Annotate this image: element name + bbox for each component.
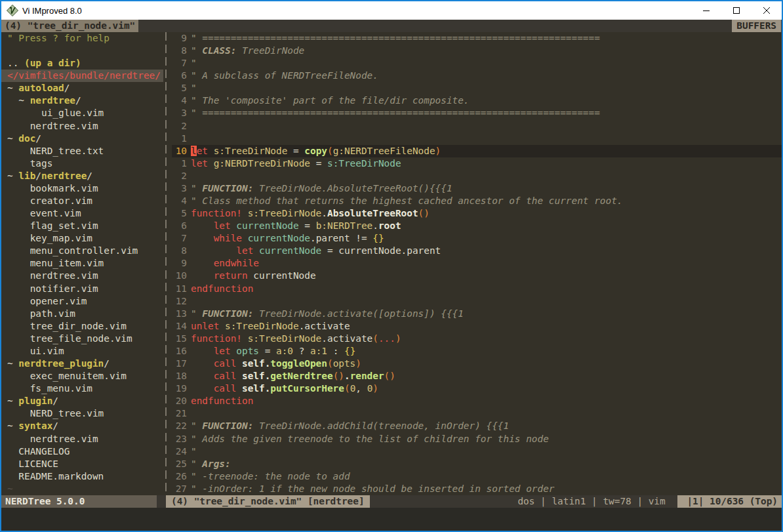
tree-item[interactable]: menu_item.vim <box>1 257 163 270</box>
row-text: flag_set.vim <box>7 220 98 231</box>
buffers-tab[interactable]: BUFFERS <box>732 20 781 32</box>
code-line[interactable]: 8 let currentNode = currentNode.parent <box>172 245 782 257</box>
code-line[interactable]: 4" Class method that returns the highest… <box>172 195 782 207</box>
code-line[interactable]: 15function! s:TreeDirNode.activate(...) <box>172 333 782 345</box>
code-line[interactable]: 1 <box>172 133 782 145</box>
token-c: " ======================================… <box>191 33 600 43</box>
tree-item[interactable]: menu_controller.vim <box>1 245 163 257</box>
tree-item[interactable]: tree_file_node.vim <box>1 333 163 345</box>
token-mb: AbsoluteTreeRoot <box>327 208 418 218</box>
tree-item[interactable]: creator.vim <box>1 195 163 207</box>
tree-item[interactable]: .. (up a dir) <box>1 57 163 70</box>
tree-item[interactable]: flag_set.vim <box>1 220 163 232</box>
code-line[interactable]: 2 <box>172 120 782 133</box>
token-file: LICENCE <box>18 459 58 469</box>
command-line[interactable] <box>1 508 782 531</box>
row-text: " FUNCTION: TreeDirNode.AbsoluteTreeRoot… <box>191 182 452 195</box>
tree-item[interactable]: ~ <box>1 483 163 495</box>
tree-item[interactable]: tags <box>1 157 163 170</box>
tree-item[interactable]: LICENCE <box>1 458 163 470</box>
token-c: TreeDirNode.addChild(treenode, inOrder) … <box>259 420 509 431</box>
tree-item[interactable]: bookmark.vim <box>1 182 163 195</box>
tree-item[interactable] <box>1 45 163 57</box>
code-line[interactable]: 3" FUNCTION: TreeDirNode.AbsoluteTreeRoo… <box>172 182 782 195</box>
code-line[interactable]: 18 call self.getNerdtree().render() <box>172 370 782 382</box>
tree-item[interactable]: fs_menu.vim <box>1 382 163 395</box>
code-line[interactable]: 3" =====================================… <box>172 107 782 119</box>
line-number: 1 <box>172 133 187 145</box>
token-id: g:NERDTreeFileNode <box>333 146 435 156</box>
close-button[interactable] <box>752 1 782 20</box>
code-line[interactable]: 26" -treenode: the node to add <box>172 470 782 483</box>
token-mb: root <box>378 220 401 231</box>
tree-item[interactable]: nerdtree.vim <box>1 433 163 445</box>
tree-item[interactable]: nerdtree.vim <box>1 120 163 133</box>
code-line[interactable]: 7" <box>172 57 782 70</box>
tree-item[interactable]: opener.vim <box>1 295 163 308</box>
tab-tree-dir-node[interactable]: (4) "tree_dir_node.vim" <box>1 20 138 32</box>
token-c: TreeDirNode.AbsoluteTreeRoot(){{{1 <box>259 183 452 194</box>
code-line[interactable]: 17 call self.toggleOpen(opts) <box>172 358 782 370</box>
code-line[interactable]: 12 <box>172 295 782 308</box>
code-line[interactable]: 10 return currentNode <box>172 270 782 282</box>
code-line[interactable]: 16 let opts = a:0 ? a:1 : {} <box>172 345 782 358</box>
tree-item[interactable]: path.vim <box>1 308 163 320</box>
maximize-button[interactable] <box>721 1 752 20</box>
window-split-separator[interactable] <box>163 32 172 495</box>
code-line[interactable]: 5" <box>172 82 782 94</box>
code-line[interactable]: 9 endwhile <box>172 257 782 270</box>
code-line[interactable]: 20endfunction <box>172 395 782 407</box>
code-line[interactable]: 24" <box>172 445 782 458</box>
tree-item[interactable]: exec_menuitem.vim <box>1 370 163 382</box>
vim-icon <box>7 5 18 16</box>
tree-item[interactable]: ~ nerdtree/ <box>1 94 163 107</box>
tree-item[interactable]: NERD_tree.txt <box>1 145 163 157</box>
tree-item[interactable]: </vimfiles/bundle/nerdtree/ <box>1 70 163 82</box>
code-line[interactable]: 1let g:NERDTreeDirNode = s:TreeDirNode <box>172 157 782 170</box>
code-line[interactable]: 10let s:TreeDirNode = copy(g:NERDTreeFil… <box>172 145 782 157</box>
code-line[interactable]: 6" A subclass of NERDTreeFileNode. <box>172 70 782 82</box>
tree-item[interactable]: event.vim <box>1 207 163 220</box>
tree-item[interactable]: NERD_tree.vim <box>1 407 163 420</box>
code-line[interactable]: 21 <box>172 407 782 420</box>
tree-item[interactable]: CHANGELOG <box>1 445 163 458</box>
code-line[interactable]: 6 let currentNode = b:NERDTree.root <box>172 220 782 232</box>
line-number: 18 <box>172 370 187 382</box>
tab-line: (4) "tree_dir_node.vim" BUFFERS <box>1 20 782 32</box>
code-line[interactable]: 4" The 'composite' part of the file/dir … <box>172 94 782 107</box>
code-line[interactable]: 19 call self.putCursorHere(0, 0) <box>172 382 782 395</box>
code-line[interactable]: 13" FUNCTION: TreeDirNode.activate([opti… <box>172 308 782 320</box>
tree-item[interactable]: notifier.vim <box>1 283 163 295</box>
code-line[interactable]: 22" FUNCTION: TreeDirNode.addChild(treen… <box>172 420 782 432</box>
token-kw: function! <box>191 333 242 344</box>
code-line[interactable]: 25" Args: <box>172 458 782 470</box>
line-number: 23 <box>172 433 187 445</box>
tree-item[interactable]: " Press ? for help <box>1 32 163 45</box>
tree-item[interactable]: nerdtree.vim <box>1 270 163 282</box>
tree-item[interactable]: ~ syntax/ <box>1 420 163 432</box>
minimize-button[interactable] <box>691 1 721 20</box>
tree-item[interactable]: ~ doc/ <box>1 133 163 145</box>
token-tx <box>7 308 30 319</box>
tree-item[interactable]: ui.vim <box>1 345 163 358</box>
code-line[interactable]: 14unlet s:TreeDirNode.activate <box>172 320 782 333</box>
code-line[interactable]: 11endfunction <box>172 283 782 295</box>
tree-item[interactable]: ui_glue.vim <box>1 107 163 119</box>
tree-item[interactable]: ~ lib/nerdtree/ <box>1 170 163 182</box>
code-line[interactable]: 5function! s:TreeDirNode.AbsoluteTreeRoo… <box>172 207 782 220</box>
tree-item[interactable]: ~ plugin/ <box>1 395 163 407</box>
code-line[interactable]: 23" Adds the given treenode to the list … <box>172 433 782 445</box>
code-line[interactable]: 27" -inOrder: 1 if the new node should b… <box>172 483 782 495</box>
code-line[interactable]: 2 <box>172 170 782 182</box>
tree-item[interactable]: README.markdown <box>1 470 163 483</box>
tree-item[interactable]: ~ autoload/ <box>1 82 163 94</box>
code-line[interactable]: 9" =====================================… <box>172 32 782 45</box>
code-line[interactable]: 8" CLASS: TreeDirNode <box>172 45 782 57</box>
code-line[interactable]: 7 while currentNode.parent != {} <box>172 232 782 245</box>
line-number: 25 <box>172 458 187 470</box>
tree-item[interactable]: ~ nerdtree_plugin/ <box>1 358 163 370</box>
tree-item[interactable]: key_map.vim <box>1 232 163 245</box>
tree-item[interactable]: tree_dir_node.vim <box>1 320 163 333</box>
row-text: " <box>191 57 202 70</box>
row-text: unlet s:TreeDirNode.activate <box>191 320 350 333</box>
